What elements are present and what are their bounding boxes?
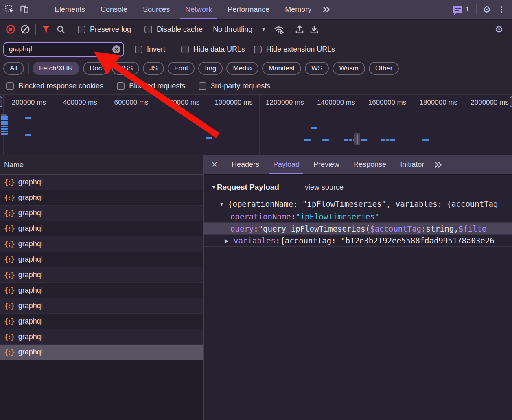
3rd-party-requests-checkbox-group[interactable]: 3rd-party requests <box>199 82 270 90</box>
kebab-menu-icon[interactable] <box>494 2 509 17</box>
disable-cache-checkbox-group[interactable]: Disable cache <box>144 25 203 34</box>
json-braces-icon: {:} <box>4 333 14 341</box>
hide-extension-urls-checkbox-group[interactable]: Hide extension URLs <box>254 45 335 54</box>
timeline-request-bar <box>381 139 385 141</box>
settings-gear-icon[interactable]: ⚙ <box>479 2 494 17</box>
tab-sources[interactable]: Sources <box>135 0 177 19</box>
request-row[interactable]: {:}graphql <box>0 283 203 298</box>
hide-extension-urls-checkbox[interactable] <box>254 46 262 53</box>
close-detail-icon[interactable]: ✕ <box>204 160 225 169</box>
issues-icon[interactable] <box>453 6 462 13</box>
json-braces-icon: {:} <box>4 194 14 202</box>
view-source-link[interactable]: view source <box>305 183 344 192</box>
network-overview-timeline[interactable]: 200000 ms400000 ms600000 ms800000 ms1000… <box>0 95 512 155</box>
payload-row-variables[interactable]: ▶variables: {accountTag: "b12e3b2192ee55… <box>204 234 512 247</box>
invert-checkbox-group[interactable]: Invert <box>135 45 165 54</box>
chip-wasm[interactable]: Wasm <box>333 62 365 75</box>
tree-caret-icon[interactable]: ▼ <box>219 201 228 207</box>
detail-tab-preview[interactable]: Preview <box>306 155 346 174</box>
hide-data-urls-checkbox[interactable] <box>181 46 189 53</box>
timeline-left-grip[interactable] <box>0 96 2 107</box>
detail-tab-initiator[interactable]: Initiator <box>393 155 431 174</box>
chip-all[interactable]: All <box>3 62 24 75</box>
request-row[interactable]: {:}graphql <box>0 206 203 221</box>
tab-elements[interactable]: Elements <box>47 0 93 19</box>
chip-fetch-xhr[interactable]: Fetch/XHR <box>33 62 79 75</box>
tab-memory[interactable]: Memory <box>277 0 319 19</box>
json-braces-icon: {:} <box>4 287 14 295</box>
timeline-request-bar <box>1 116 8 118</box>
blocked-response-cookies-checkbox-group[interactable]: Blocked response cookies <box>6 82 103 90</box>
timeline-tick-label: 1400000 ms <box>317 98 355 107</box>
request-row[interactable]: {:}graphql <box>0 267 203 283</box>
timeline-request-bar <box>1 118 8 120</box>
throttling-dropdown[interactable]: No throttling ▼ <box>213 25 266 34</box>
filter-icon[interactable] <box>39 22 53 37</box>
filter-input[interactable] <box>3 42 124 57</box>
json-value-segment: "query ipFlowTimeseries( <box>258 224 370 233</box>
tab-network[interactable]: Network <box>177 0 220 19</box>
request-row[interactable]: {:}graphql <box>0 190 203 206</box>
inspect-element-icon[interactable] <box>2 2 17 17</box>
name-column-header[interactable]: Name <box>0 155 203 175</box>
hide-data-urls-checkbox-group[interactable]: Hide data URLs <box>181 45 245 54</box>
json-braces-icon: {:} <box>4 209 14 217</box>
record-network-log-icon[interactable] <box>3 22 18 37</box>
tab-performance[interactable]: Performance <box>220 0 277 19</box>
json-value-segment: {accountTag: "b12e3b2192ee5588fdad995178… <box>280 236 494 245</box>
detail-tab-payload[interactable]: Payload <box>266 155 306 174</box>
device-toolbar-icon[interactable] <box>17 2 32 17</box>
divider <box>476 4 477 15</box>
request-row[interactable]: {:}graphql <box>0 252 203 267</box>
network-settings-gear-icon[interactable]: ⚙ <box>492 22 506 37</box>
disable-cache-label: Disable cache <box>157 25 203 34</box>
3rd-party-requests-checkbox[interactable] <box>199 82 206 90</box>
export-har-icon[interactable] <box>307 22 322 37</box>
detail-tab-response[interactable]: Response <box>346 155 393 174</box>
request-row[interactable]: {:}graphql <box>0 314 203 329</box>
chip-js[interactable]: JS <box>143 62 164 75</box>
network-conditions-icon[interactable] <box>271 22 286 37</box>
blocked-response-cookies-checkbox[interactable] <box>6 82 14 90</box>
timeline-right-grip[interactable] <box>510 96 512 107</box>
payload-preview-row[interactable]: ▼{operationName: "ipFlowTimeseries", var… <box>204 198 512 210</box>
payload-row-query[interactable]: query: "query ipFlowTimeseries($accountT… <box>204 222 512 234</box>
invert-label: Invert <box>147 45 165 54</box>
disable-cache-checkbox[interactable] <box>144 26 152 33</box>
search-icon[interactable] <box>53 22 68 37</box>
timeline-gridline <box>464 95 464 155</box>
request-row[interactable]: {:}graphql <box>0 298 203 314</box>
json-braces-icon: {:} <box>4 178 14 186</box>
chip-img[interactable]: Img <box>198 62 223 75</box>
payload-row-operationname[interactable]: operationName: "ipFlowTimeseries" <box>204 210 512 222</box>
tree-caret-icon[interactable]: ▶ <box>225 238 234 244</box>
import-har-icon[interactable] <box>292 22 307 37</box>
tab-console[interactable]: Console <box>93 0 135 19</box>
blocked-requests-checkbox[interactable] <box>117 82 125 90</box>
invert-checkbox[interactable] <box>135 46 142 53</box>
request-row[interactable]: {:}graphql <box>0 221 203 236</box>
more-tabs-icon[interactable] <box>319 2 334 17</box>
json-value-segment: $filte <box>459 224 487 233</box>
chip-manifest[interactable]: Manifest <box>262 62 301 75</box>
more-detail-tabs-icon[interactable] <box>431 158 446 172</box>
request-row[interactable]: {:}graphql <box>0 329 203 345</box>
detail-tab-headers[interactable]: Headers <box>225 155 266 174</box>
chip-css[interactable]: CSS <box>112 62 139 75</box>
preserve-log-checkbox[interactable] <box>78 26 85 33</box>
chip-font[interactable]: Font <box>168 62 195 75</box>
chip-other[interactable]: Other <box>369 62 399 75</box>
blocked-requests-checkbox-group[interactable]: Blocked requests <box>117 82 185 90</box>
clear-filter-icon[interactable]: ✕ <box>112 45 120 53</box>
request-row[interactable]: {:}graphql <box>0 236 203 252</box>
chip-media[interactable]: Media <box>226 62 258 75</box>
clear-network-log-icon[interactable] <box>18 22 33 37</box>
chip-ws[interactable]: WS <box>305 62 329 75</box>
request-row[interactable]: {:}graphql <box>0 175 203 190</box>
collapse-caret-icon[interactable]: ▼ <box>211 184 217 190</box>
request-name: graphql <box>18 348 43 357</box>
divider <box>71 24 71 35</box>
request-row[interactable]: {:}graphql <box>0 345 203 360</box>
chip-doc[interactable]: Doc <box>83 62 108 75</box>
preserve-log-checkbox-group[interactable]: Preserve log <box>78 25 131 34</box>
